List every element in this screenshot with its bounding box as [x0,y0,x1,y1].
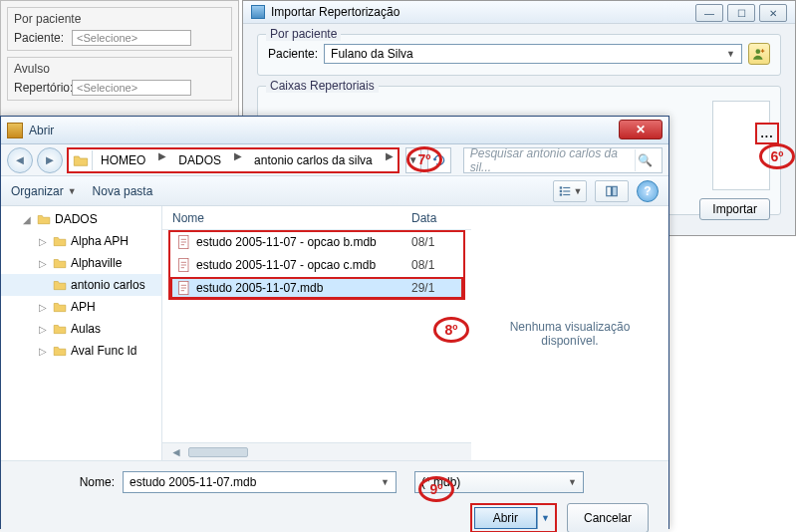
svg-rect-1 [559,186,561,188]
open-button[interactable]: Abrir [474,507,537,529]
chevron-down-icon: ▼ [68,186,77,196]
name-label: Nome: [15,475,115,489]
fieldset-caixas-legend: Caixas Repertoriais [266,79,379,93]
browse-button[interactable]: ... [755,123,779,144]
tree-node[interactable]: ▷ Aval Func Id [1,340,161,362]
expand-icon[interactable]: ▷ [37,346,49,357]
chevron-down-icon: ▼ [381,477,390,487]
callout-6: 6º [759,143,795,169]
bg-paciente-label: Paciente: [14,31,72,45]
user-plus-icon [752,47,766,61]
chevron-down-icon: ▼ [726,49,735,59]
file-list-header[interactable]: Nome Data [162,206,471,230]
dialog-title: Abrir [29,124,54,137]
breadcrumb-seg-1[interactable]: DADOS [170,150,230,170]
tree-node[interactable]: ▷ Alphaville [1,252,161,274]
bg-paciente-select[interactable]: <Selecione> [72,30,191,46]
open-file-dialog: Abrir ✕ ◄ ► HOMEO ▶ DADOS ▶ antonio carl… [0,116,669,529]
search-input[interactable]: Pesquisar antonio carlos da sil... 🔍 [463,147,663,173]
fieldset-por-paciente: Por paciente Paciente: Fulano da Silva ▼ [257,34,781,76]
bg-repertorio-label: Repertório: [14,81,72,95]
view-mode-button[interactable]: ▼ [553,180,587,202]
help-button[interactable]: ? [637,180,659,202]
svg-rect-7 [607,186,612,195]
col-date[interactable]: Data [411,211,471,225]
nav-back-button[interactable]: ◄ [7,147,33,173]
svg-rect-4 [563,186,570,187]
filename-value: estudo 2005-11-07.mdb [130,475,256,489]
open-button-split[interactable]: ▼ [537,507,553,529]
view-list-icon [558,184,572,198]
organize-menu[interactable]: Organizar▼ [11,184,77,198]
callout-9: 9º [418,476,454,502]
collapse-icon[interactable]: ◢ [21,214,33,225]
expand-icon[interactable]: ▷ [37,236,49,247]
importar-button[interactable]: Importar [699,198,770,220]
preview-pane: Nenhuma visualização disponível. [471,206,668,460]
chevron-right-icon: ▶ [382,150,398,170]
expand-icon[interactable]: ▷ [37,302,49,313]
paciente-select[interactable]: Fulano da Silva ▼ [324,44,742,64]
folder-icon [52,344,68,358]
breadcrumb-seg-2[interactable]: antonio carlos da silva [246,150,382,170]
callout-7: 7º [406,146,442,172]
nav-forward-button[interactable]: ► [37,147,63,173]
dialog-footer: Nome: estudo 2005-11-07.mdb ▼ (*.mdb) ▼ … [1,460,668,532]
chevron-right-icon: ▶ [230,150,246,170]
paciente-label: Paciente: [268,47,318,61]
bg-group2-title: Avulso [14,62,225,76]
svg-rect-5 [563,190,570,191]
minimize-button[interactable]: — [695,4,723,22]
breadcrumb[interactable]: HOMEO ▶ DADOS ▶ antonio carlos da silva … [67,147,399,173]
tree-node[interactable]: ▷ APH [1,296,161,318]
tree-node-selected[interactable]: antonio carlos [1,274,161,296]
horizontal-scrollbar[interactable]: ◄ [162,442,471,460]
folder-icon [52,322,68,336]
svg-rect-3 [559,193,561,195]
chevron-right-icon: ▶ [154,150,170,170]
bg-group-avulso: Avulso Repertório: <Selecione> [7,57,232,101]
paciente-value: Fulano da Silva [331,47,413,61]
search-icon: 🔍 [635,149,656,171]
file-row[interactable]: estudo 2005-11-07 - opcao b.mdb 08/1 [170,231,463,253]
folder-icon [69,150,93,170]
svg-rect-6 [563,193,570,194]
svg-point-0 [756,49,761,54]
dialog-close-button[interactable]: ✕ [619,120,663,139]
expand-icon[interactable]: ▷ [37,324,49,335]
file-row-selected[interactable]: estudo 2005-11-07.mdb 29/1 [170,277,463,299]
col-name[interactable]: Nome [162,211,411,225]
app-icon [251,5,265,19]
tree-node[interactable]: ▷ Aulas [1,318,161,340]
mdb-file-icon [176,234,192,250]
scrollbar-thumb[interactable] [188,447,248,457]
filename-input[interactable]: estudo 2005-11-07.mdb ▼ [123,471,397,493]
preview-pane-button[interactable] [595,180,629,202]
bg-repertorio-select[interactable]: <Selecione> [72,80,191,96]
cancel-button[interactable]: Cancelar [567,503,649,532]
mdb-file-icon [176,280,192,296]
folder-tree[interactable]: ◢ DADOS ▷ Alpha APH ▷ Alphaville antonio… [1,206,162,460]
tree-node[interactable]: ▷ Alpha APH [1,230,161,252]
add-user-button[interactable] [748,43,770,65]
import-title-text: Importar Repertorização [271,5,399,19]
folder-icon [52,300,68,314]
window-controls: — ☐ ✕ [695,4,787,22]
new-folder-button[interactable]: Nova pasta [93,184,153,198]
callout-8: 8º [433,317,469,343]
tree-node-dados[interactable]: ◢ DADOS [1,208,161,230]
fieldset-legend: Por paciente [266,27,341,41]
svg-rect-8 [613,186,618,195]
import-preview-box [712,101,770,190]
expand-icon[interactable]: ▷ [37,258,49,269]
bg-group-patient: Por paciente Paciente: <Selecione> [7,7,232,51]
file-row[interactable]: estudo 2005-11-07 - opcao c.mdb 08/1 [170,254,463,276]
maximize-button[interactable]: ☐ [727,4,755,22]
open-button-highlight: Abrir ▼ [470,503,557,532]
folder-icon [36,212,52,226]
close-button[interactable]: ✕ [759,4,787,22]
file-list-rows: estudo 2005-11-07 - opcao b.mdb 08/1 est… [162,230,471,442]
breadcrumb-seg-0[interactable]: HOMEO [93,150,154,170]
chevron-down-icon: ▼ [574,186,583,196]
preview-icon [605,184,619,198]
